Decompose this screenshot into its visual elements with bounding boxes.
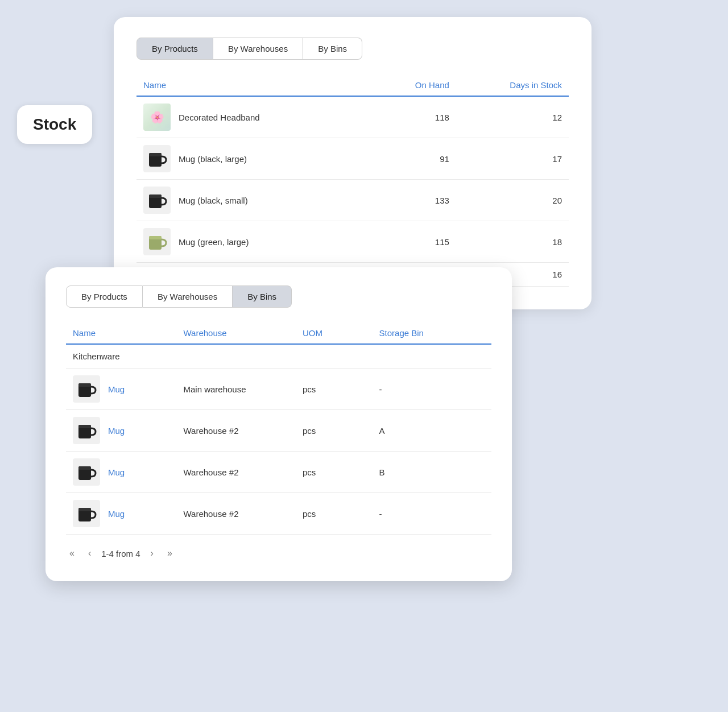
table-row: Mug (black, small) 133 20 <box>136 180 569 221</box>
table-row: Mug (green, large) 115 18 <box>136 221 569 263</box>
mug-link-2[interactable]: Mug <box>108 426 125 436</box>
product-name-cell: Mug (green, large) <box>136 221 374 263</box>
svg-rect-13 <box>78 508 91 511</box>
svg-rect-11 <box>78 466 91 470</box>
svg-rect-1 <box>149 153 162 156</box>
mug-link-4[interactable]: Mug <box>108 509 125 519</box>
col-name-back: Name <box>136 76 374 96</box>
svg-rect-5 <box>149 236 162 239</box>
table-row: Mug Main warehouse pcs - <box>66 369 491 410</box>
svg-rect-9 <box>78 425 91 428</box>
mug-link-1[interactable]: Mug <box>108 384 125 394</box>
mug-link-3[interactable]: Mug <box>108 467 125 477</box>
back-card: By Products By Warehouses By Bins Name O… <box>114 17 592 309</box>
tab-by-bins-back[interactable]: By Bins <box>303 38 362 60</box>
table-row: Mug Warehouse #2 pcs B <box>66 452 491 493</box>
bins-name-cell: Mug <box>66 369 176 410</box>
col-warehouse-front: Warehouse <box>176 324 295 344</box>
next-page-button[interactable]: › <box>147 546 157 561</box>
col-uom-front: UOM <box>296 324 373 344</box>
front-card-tabs: By Products By Warehouses By Bins <box>66 285 491 308</box>
tab-by-warehouses-back[interactable]: By Warehouses <box>213 38 303 60</box>
mug-image <box>143 187 171 214</box>
pagination: « ‹ 1-4 from 4 › » <box>66 546 491 561</box>
mug-green-image <box>143 228 171 255</box>
product-name-cell: Mug (black, large) <box>136 138 374 180</box>
product-name-cell: 🌸 Decorated Headband <box>136 96 374 138</box>
first-page-button[interactable]: « <box>66 546 78 561</box>
product-name-cell: Mug (black, small) <box>136 180 374 221</box>
front-card: By Products By Warehouses By Bins Name W… <box>46 267 512 581</box>
bins-name-cell: Mug <box>66 493 176 535</box>
table-row: Mug Warehouse #2 pcs - <box>66 493 491 535</box>
col-storagebin-front: Storage Bin <box>373 324 491 344</box>
back-card-tabs: By Products By Warehouses By Bins <box>136 38 569 60</box>
stock-label: Stock <box>33 115 76 133</box>
bins-name-cell: Mug <box>66 452 176 493</box>
bins-name-cell: Mug <box>66 410 176 452</box>
mug-image <box>73 417 100 444</box>
mug-image <box>143 145 171 172</box>
svg-rect-7 <box>78 383 91 387</box>
front-card-table: Name Warehouse UOM Storage Bin Kitchenwa… <box>66 324 491 535</box>
col-daysinstock-back: Days in Stock <box>456 76 569 96</box>
stock-badge: Stock <box>17 105 92 144</box>
group-row: Kitchenware <box>66 344 491 369</box>
table-row: Mug Warehouse #2 pcs A <box>66 410 491 452</box>
mug-image <box>73 500 100 527</box>
tab-by-products-front[interactable]: By Products <box>66 285 143 308</box>
mug-image <box>73 458 100 486</box>
tab-by-products-back[interactable]: By Products <box>136 38 213 60</box>
tab-by-warehouses-front[interactable]: By Warehouses <box>143 285 233 308</box>
prev-page-button[interactable]: ‹ <box>85 546 94 561</box>
table-row: 🌸 Decorated Headband 118 12 <box>136 96 569 138</box>
mug-image <box>73 375 100 403</box>
last-page-button[interactable]: » <box>164 546 176 561</box>
back-card-table: Name On Hand Days in Stock 🌸 Decorated H… <box>136 76 569 287</box>
col-onhand-back: On Hand <box>374 76 456 96</box>
headband-image: 🌸 <box>143 104 171 131</box>
col-name-front: Name <box>66 324 176 344</box>
page-info: 1-4 from 4 <box>101 549 140 558</box>
group-label: Kitchenware <box>66 344 491 369</box>
svg-rect-3 <box>149 194 162 198</box>
tab-by-bins-front[interactable]: By Bins <box>233 285 292 308</box>
table-row: Mug (black, large) 91 17 <box>136 138 569 180</box>
